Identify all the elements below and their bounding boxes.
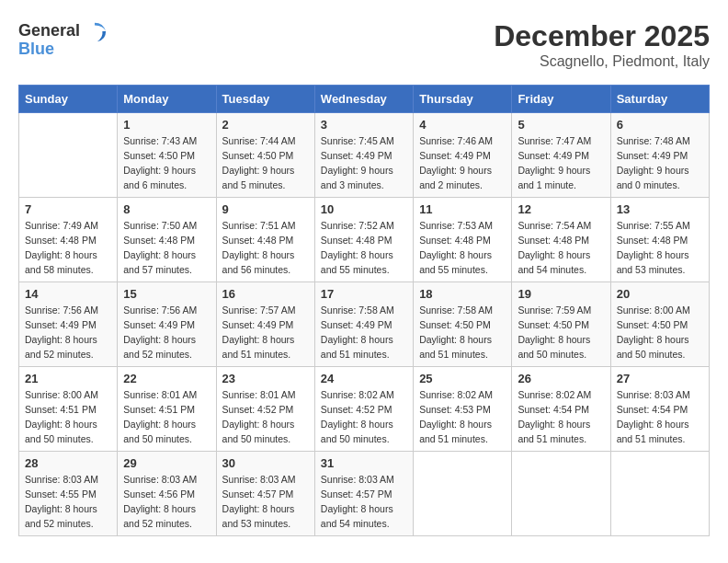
day-number: 23 bbox=[222, 372, 309, 385]
day-info: Sunrise: 8:03 AMSunset: 4:57 PMDaylight:… bbox=[222, 473, 309, 531]
day-info: Sunrise: 8:02 AMSunset: 4:54 PMDaylight:… bbox=[518, 388, 604, 446]
day-number: 17 bbox=[321, 287, 407, 301]
day-info: Sunrise: 7:58 AMSunset: 4:49 PMDaylight:… bbox=[321, 304, 407, 362]
day-info: Sunrise: 7:53 AMSunset: 4:48 PMDaylight:… bbox=[419, 219, 506, 277]
day-cell: 28Sunrise: 8:03 AMSunset: 4:55 PMDayligh… bbox=[19, 452, 118, 536]
week-row-4: 28Sunrise: 8:03 AMSunset: 4:55 PMDayligh… bbox=[19, 452, 710, 536]
day-info: Sunrise: 8:00 AMSunset: 4:51 PMDaylight:… bbox=[25, 388, 111, 446]
day-cell bbox=[512, 452, 610, 536]
day-info: Sunrise: 7:54 AMSunset: 4:48 PMDaylight:… bbox=[518, 219, 604, 277]
day-number: 22 bbox=[123, 372, 210, 385]
page-header: General Blue December 2025 Scagnello, Pi… bbox=[18, 18, 710, 70]
day-info: Sunrise: 7:56 AMSunset: 4:49 PMDaylight:… bbox=[25, 304, 111, 362]
day-number: 12 bbox=[518, 202, 604, 216]
day-cell: 21Sunrise: 8:00 AMSunset: 4:51 PMDayligh… bbox=[19, 367, 118, 452]
day-info: Sunrise: 8:02 AMSunset: 4:53 PMDaylight:… bbox=[419, 388, 506, 446]
logo: General Blue bbox=[18, 18, 108, 59]
day-number: 24 bbox=[321, 372, 407, 385]
calendar: SundayMondayTuesdayWednesdayThursdayFrid… bbox=[18, 85, 710, 536]
day-cell: 16Sunrise: 7:57 AMSunset: 4:49 PMDayligh… bbox=[216, 282, 314, 367]
logo-general: General bbox=[18, 22, 80, 40]
day-cell: 3Sunrise: 7:45 AMSunset: 4:49 PMDaylight… bbox=[314, 113, 413, 198]
day-number: 9 bbox=[222, 202, 309, 216]
day-info: Sunrise: 7:43 AMSunset: 4:50 PMDaylight:… bbox=[123, 134, 210, 192]
month-title: December 2025 bbox=[494, 18, 710, 53]
header-saturday: Saturday bbox=[610, 86, 709, 113]
header-thursday: Thursday bbox=[414, 86, 512, 113]
logo-blue: Blue bbox=[18, 40, 54, 59]
day-cell bbox=[610, 452, 709, 536]
day-number: 20 bbox=[617, 287, 703, 301]
day-info: Sunrise: 8:00 AMSunset: 4:50 PMDaylight:… bbox=[617, 304, 703, 362]
day-cell: 1Sunrise: 7:43 AMSunset: 4:50 PMDaylight… bbox=[118, 113, 216, 198]
day-info: Sunrise: 8:03 AMSunset: 4:55 PMDaylight:… bbox=[25, 473, 111, 531]
day-cell: 26Sunrise: 8:02 AMSunset: 4:54 PMDayligh… bbox=[512, 367, 610, 452]
header-friday: Friday bbox=[512, 86, 610, 113]
day-number: 26 bbox=[518, 372, 604, 385]
day-number: 27 bbox=[617, 372, 703, 385]
day-number: 16 bbox=[222, 287, 309, 301]
day-number: 21 bbox=[25, 372, 111, 385]
day-cell: 19Sunrise: 7:59 AMSunset: 4:50 PMDayligh… bbox=[512, 282, 610, 367]
day-number: 13 bbox=[617, 202, 703, 216]
day-cell bbox=[414, 452, 512, 536]
day-cell: 25Sunrise: 8:02 AMSunset: 4:53 PMDayligh… bbox=[414, 367, 512, 452]
day-number: 1 bbox=[123, 118, 210, 132]
day-cell: 22Sunrise: 8:01 AMSunset: 4:51 PMDayligh… bbox=[118, 367, 216, 452]
day-cell: 7Sunrise: 7:49 AMSunset: 4:48 PMDaylight… bbox=[19, 198, 118, 282]
header-sunday: Sunday bbox=[19, 86, 118, 113]
week-row-0: 1Sunrise: 7:43 AMSunset: 4:50 PMDaylight… bbox=[19, 113, 710, 198]
day-cell: 2Sunrise: 7:44 AMSunset: 4:50 PMDaylight… bbox=[216, 113, 314, 198]
day-number: 14 bbox=[25, 287, 111, 301]
day-number: 18 bbox=[419, 287, 506, 301]
day-number: 25 bbox=[419, 372, 506, 385]
week-row-2: 14Sunrise: 7:56 AMSunset: 4:49 PMDayligh… bbox=[19, 282, 710, 367]
day-number: 29 bbox=[123, 456, 210, 470]
day-cell: 15Sunrise: 7:56 AMSunset: 4:49 PMDayligh… bbox=[118, 282, 216, 367]
day-info: Sunrise: 8:03 AMSunset: 4:54 PMDaylight:… bbox=[617, 388, 703, 446]
day-number: 30 bbox=[222, 456, 309, 470]
day-number: 6 bbox=[617, 118, 703, 132]
day-cell: 18Sunrise: 7:58 AMSunset: 4:50 PMDayligh… bbox=[414, 282, 512, 367]
day-info: Sunrise: 7:51 AMSunset: 4:48 PMDaylight:… bbox=[222, 219, 309, 277]
day-info: Sunrise: 7:48 AMSunset: 4:49 PMDaylight:… bbox=[617, 134, 703, 192]
header-tuesday: Tuesday bbox=[216, 86, 314, 113]
day-info: Sunrise: 8:01 AMSunset: 4:52 PMDaylight:… bbox=[222, 388, 309, 446]
day-info: Sunrise: 7:44 AMSunset: 4:50 PMDaylight:… bbox=[222, 134, 309, 192]
day-number: 11 bbox=[419, 202, 506, 216]
day-number: 3 bbox=[321, 118, 407, 132]
day-cell: 8Sunrise: 7:50 AMSunset: 4:48 PMDaylight… bbox=[118, 198, 216, 282]
day-info: Sunrise: 7:52 AMSunset: 4:48 PMDaylight:… bbox=[321, 219, 407, 277]
day-number: 8 bbox=[123, 202, 210, 216]
day-cell: 24Sunrise: 8:02 AMSunset: 4:52 PMDayligh… bbox=[314, 367, 413, 452]
day-number: 15 bbox=[123, 287, 210, 301]
day-cell: 29Sunrise: 8:03 AMSunset: 4:56 PMDayligh… bbox=[118, 452, 216, 536]
day-info: Sunrise: 8:01 AMSunset: 4:51 PMDaylight:… bbox=[123, 388, 210, 446]
title-section: December 2025 Scagnello, Piedmont, Italy bbox=[494, 18, 710, 70]
day-cell: 23Sunrise: 8:01 AMSunset: 4:52 PMDayligh… bbox=[216, 367, 314, 452]
day-cell: 30Sunrise: 8:03 AMSunset: 4:57 PMDayligh… bbox=[216, 452, 314, 536]
day-cell: 10Sunrise: 7:52 AMSunset: 4:48 PMDayligh… bbox=[314, 198, 413, 282]
day-number: 5 bbox=[518, 118, 604, 132]
day-cell: 11Sunrise: 7:53 AMSunset: 4:48 PMDayligh… bbox=[414, 198, 512, 282]
day-info: Sunrise: 8:03 AMSunset: 4:56 PMDaylight:… bbox=[123, 473, 210, 531]
day-number: 4 bbox=[419, 118, 506, 132]
day-info: Sunrise: 8:03 AMSunset: 4:57 PMDaylight:… bbox=[321, 473, 407, 531]
header-monday: Monday bbox=[118, 86, 216, 113]
day-info: Sunrise: 7:46 AMSunset: 4:49 PMDaylight:… bbox=[419, 134, 506, 192]
day-cell: 5Sunrise: 7:47 AMSunset: 4:49 PMDaylight… bbox=[512, 113, 610, 198]
day-info: Sunrise: 7:55 AMSunset: 4:48 PMDaylight:… bbox=[617, 219, 703, 277]
day-cell bbox=[19, 113, 118, 198]
week-row-1: 7Sunrise: 7:49 AMSunset: 4:48 PMDaylight… bbox=[19, 198, 710, 282]
day-cell: 14Sunrise: 7:56 AMSunset: 4:49 PMDayligh… bbox=[19, 282, 118, 367]
day-cell: 20Sunrise: 8:00 AMSunset: 4:50 PMDayligh… bbox=[610, 282, 709, 367]
day-info: Sunrise: 7:59 AMSunset: 4:50 PMDaylight:… bbox=[518, 304, 604, 362]
day-cell: 12Sunrise: 7:54 AMSunset: 4:48 PMDayligh… bbox=[512, 198, 610, 282]
day-cell: 27Sunrise: 8:03 AMSunset: 4:54 PMDayligh… bbox=[610, 367, 709, 452]
day-number: 7 bbox=[25, 202, 111, 216]
day-info: Sunrise: 7:47 AMSunset: 4:49 PMDaylight:… bbox=[518, 134, 604, 192]
day-number: 2 bbox=[222, 118, 309, 132]
day-info: Sunrise: 8:02 AMSunset: 4:52 PMDaylight:… bbox=[321, 388, 407, 446]
day-info: Sunrise: 7:50 AMSunset: 4:48 PMDaylight:… bbox=[123, 219, 210, 277]
day-info: Sunrise: 7:58 AMSunset: 4:50 PMDaylight:… bbox=[419, 304, 506, 362]
